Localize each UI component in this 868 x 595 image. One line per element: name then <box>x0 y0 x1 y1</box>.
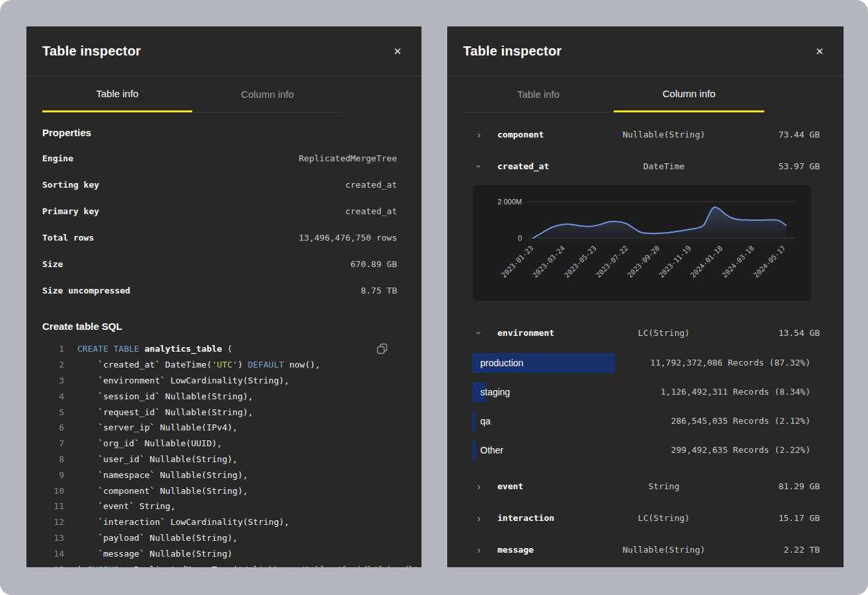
sql-line-number: 9 <box>26 470 64 480</box>
column-type: LC(String) <box>571 328 756 338</box>
column-row-event[interactable]: ›eventString81.29 GB <box>447 470 844 502</box>
column-row-environment[interactable]: ›environmentLC(String)13.54 GB <box>447 317 844 348</box>
tab-column-info[interactable]: Column info <box>192 76 342 112</box>
sql-line-number: 6 <box>26 422 64 432</box>
properties-list: EngineReplicatedMergeTreeSorting keycrea… <box>26 145 421 303</box>
sql-line-code: `event` String, <box>77 501 176 511</box>
breakdown-records: 11,792,372,086 Records (87.32%) <box>650 348 811 377</box>
sql-line-code: ) ENGINE = ReplicatedMergeTree('/clickho… <box>77 565 421 567</box>
sql-line: 7 `org_id` Nullable(UUID), <box>26 436 421 452</box>
chevron-down-icon[interactable]: › <box>474 161 484 171</box>
column-size: 13.54 GB <box>756 328 820 338</box>
x-axis-tick-label: 2024-01-18 <box>689 244 724 279</box>
sql-line: 3 `environment` LowCardinality(String), <box>26 373 421 389</box>
column-row-created_at[interactable]: ›created_atDateTime53.97 GB <box>447 150 844 182</box>
property-value: 13,496,476,750 rows <box>299 233 397 243</box>
sql-line: 4 `session_id` Nullable(String), <box>26 388 421 404</box>
tab-bar: Table info Column info <box>463 76 764 112</box>
property-row: Sorting keycreated_at <box>26 171 421 198</box>
sql-line-code: `created_at` DateTime('UTC') DEFAULT now… <box>77 360 320 370</box>
property-value: 670.89 GB <box>351 259 397 269</box>
column-row-component[interactable]: ›componentNullable(String)73.44 GB <box>447 118 844 150</box>
breakdown-row-qa: qa286,545,035 Records (2.12%) <box>472 407 811 436</box>
property-label: Engine <box>42 153 73 163</box>
column-name: interaction <box>497 513 571 523</box>
column-size: 81.29 GB <box>756 481 820 491</box>
sql-line-number: 10 <box>26 486 64 496</box>
column-name: message <box>497 545 571 555</box>
column-size: 53.97 GB <box>756 161 820 171</box>
sql-line: 10 `component` Nullable(String), <box>26 483 421 498</box>
breakdown-label: staging <box>480 377 510 407</box>
close-icon[interactable]: ✕ <box>390 45 404 58</box>
breakdown-bar <box>472 440 476 460</box>
copy-icon[interactable] <box>375 342 389 357</box>
sql-line: 9 `namespace` Nullable(String), <box>26 467 421 483</box>
property-row: Total rows13,496,476,750 rows <box>26 224 421 251</box>
tab-column-info[interactable]: Column info <box>614 76 764 112</box>
properties-heading: Properties <box>26 127 421 138</box>
table-inspector-dialog-table-info: Table inspector ✕ Table info Column info… <box>26 26 421 567</box>
sql-line: 1CREATE TABLE analytics_table ( <box>26 341 421 357</box>
sql-line-number: 4 <box>26 391 64 401</box>
property-label: Size uncompressed <box>42 286 130 296</box>
dialog-header: Table inspector ✕ <box>447 26 844 76</box>
sql-line-number: 12 <box>26 517 64 527</box>
property-label: Total rows <box>42 233 94 243</box>
column-size: 15.17 GB <box>756 513 820 523</box>
property-label: Sorting key <box>42 180 99 190</box>
sql-line-code: `environment` LowCardinality(String), <box>77 376 289 385</box>
sql-line-code: `session_id` Nullable(String), <box>77 391 253 401</box>
x-axis-tick-label: 2024-05-17 <box>752 244 787 279</box>
dialog-title: Table inspector <box>42 44 141 59</box>
sql-line-code: `org_id` Nullable(UUID), <box>77 438 222 448</box>
column-type: String <box>571 481 756 491</box>
tab-table-info[interactable]: Table info <box>463 76 614 112</box>
property-row: Size670.89 GB <box>26 251 421 277</box>
y-axis-tick-label: 2 000M <box>497 198 522 206</box>
sql-line-code: `payload` Nullable(String), <box>77 533 238 543</box>
sql-line: 13 `payload` Nullable(String), <box>26 530 421 546</box>
breakdown-records: 1,126,492,311 Records (8.34%) <box>661 377 811 407</box>
chevron-right-icon[interactable]: › <box>474 513 484 523</box>
column-row-interaction[interactable]: ›interactionLC(String)15.17 GB <box>447 502 844 534</box>
chevron-right-icon[interactable]: › <box>474 545 484 555</box>
sql-line-code: `server_ip` Nullable(IPv4), <box>77 422 238 432</box>
sql-line-number: 13 <box>26 533 64 543</box>
sql-line: 14 `message` Nullable(String) <box>26 545 421 561</box>
breakdown-row-production: production11,792,372,086 Records (87.32%… <box>472 348 811 377</box>
created-at-distribution-chart: 2 000M02023-01-232023-03-242023-05-23202… <box>473 185 812 301</box>
property-row: Primary keycreated_at <box>26 198 421 224</box>
sql-line-number: 8 <box>26 454 64 464</box>
sql-line-number: 3 <box>26 376 64 385</box>
column-type: DateTime <box>571 161 756 171</box>
chevron-down-icon[interactable]: › <box>474 327 484 338</box>
x-axis-tick-label: 2023-03-24 <box>531 244 566 279</box>
column-row-message[interactable]: ›messageNullable(String)2.22 TB <box>447 534 844 565</box>
property-value: 8.75 TB <box>361 286 397 296</box>
column-list: ›componentNullable(String)73.44 GB›creat… <box>447 112 844 565</box>
breakdown-row-staging: staging1,126,492,311 Records (8.34%) <box>472 377 811 407</box>
breakdown-records: 286,545,035 Records (2.12%) <box>671 407 811 436</box>
sql-line-code: CREATE TABLE analytics_table ( <box>77 344 233 354</box>
breakdown-bar <box>472 411 476 431</box>
tab-table-info[interactable]: Table info <box>42 76 192 112</box>
sql-line: 15) ENGINE = ReplicatedMergeTree('/click… <box>26 561 421 567</box>
sql-line: 2 `created_at` DateTime('UTC') DEFAULT n… <box>26 357 421 373</box>
property-value: ReplicatedMergeTree <box>299 153 397 163</box>
create-table-sql-heading: Create table SQL <box>26 321 421 332</box>
chevron-right-icon[interactable]: › <box>474 130 484 139</box>
x-axis-tick-label: 2023-07-22 <box>594 244 629 279</box>
sql-line: 5 `request_id` Nullable(String), <box>26 404 421 420</box>
breakdown-records: 299,492,635 Records (2.22%) <box>671 436 811 465</box>
property-row: EngineReplicatedMergeTree <box>26 145 421 171</box>
x-axis-tick-label: 2023-09-20 <box>626 244 661 279</box>
column-name: created_at <box>497 161 571 171</box>
breakdown-label: qa <box>480 407 491 436</box>
close-icon[interactable]: ✕ <box>813 45 826 58</box>
property-label: Primary key <box>42 206 99 216</box>
sql-code-block: 1CREATE TABLE analytics_table (2 `create… <box>26 341 421 567</box>
chevron-right-icon[interactable]: › <box>474 481 484 491</box>
sql-line-number: 1 <box>26 344 64 354</box>
sql-line-code: `interaction` LowCardinality(String), <box>77 517 289 527</box>
